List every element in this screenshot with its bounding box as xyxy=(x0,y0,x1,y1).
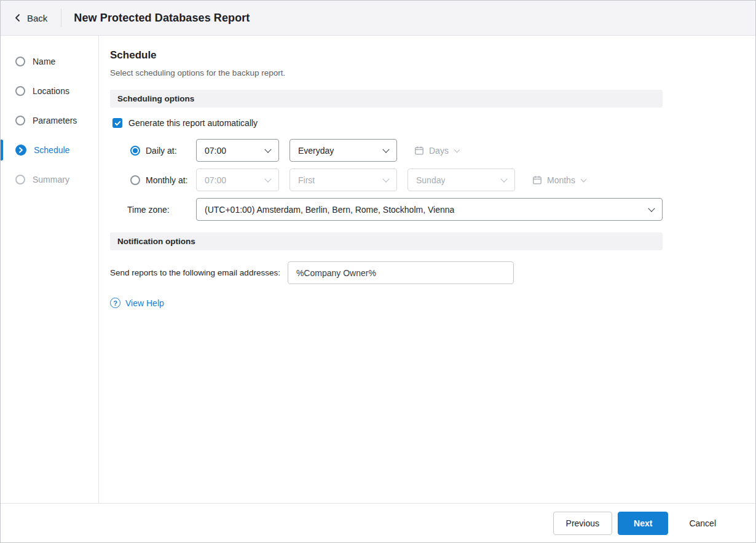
monthly-time-value: 07:00 xyxy=(205,175,226,185)
scheduling-options-header: Scheduling options xyxy=(110,90,663,108)
step-label: Locations xyxy=(33,86,69,96)
step-pending-icon xyxy=(15,116,25,125)
chevron-down-icon xyxy=(454,146,460,153)
sidebar-step-summary[interactable]: Summary xyxy=(1,165,98,194)
check-icon xyxy=(114,120,121,127)
chevron-down-icon xyxy=(648,205,655,212)
timezone-label: Time zone: xyxy=(127,205,170,215)
step-label: Parameters xyxy=(33,116,77,125)
daily-days-selector[interactable]: Days xyxy=(414,146,459,156)
daily-time-select[interactable]: 07:00 xyxy=(196,139,279,162)
daily-schedule-row: Daily at: 07:00 Everyday Days xyxy=(110,139,663,162)
daily-label: Daily at: xyxy=(146,146,177,156)
cancel-button[interactable]: Cancel xyxy=(687,512,719,535)
monthly-period-label: Months xyxy=(547,175,575,185)
monthly-radio[interactable] xyxy=(130,175,140,185)
step-pending-icon xyxy=(15,175,25,184)
wizard-steps-sidebar: Name Locations Parameters Schedule Summa… xyxy=(1,36,99,503)
email-input[interactable] xyxy=(288,261,514,284)
back-button[interactable]: Back xyxy=(12,9,53,27)
monthly-schedule-row: Monthly at: 07:00 First Sunday xyxy=(110,168,663,191)
sidebar-step-locations[interactable]: Locations xyxy=(1,76,98,106)
step-pending-icon xyxy=(15,57,25,66)
monthly-weekday-value: Sunday xyxy=(416,175,445,185)
footer-bar: Previous Next Cancel xyxy=(1,503,755,542)
monthly-week-select[interactable]: First xyxy=(289,168,397,191)
page-title: Schedule xyxy=(110,49,663,61)
daily-frequency-select[interactable]: Everyday xyxy=(289,139,397,162)
main-content: Schedule Select scheduling options for t… xyxy=(99,36,755,503)
sidebar-step-name[interactable]: Name xyxy=(1,47,98,76)
step-pending-icon xyxy=(15,86,25,96)
email-label: Send reports to the following email addr… xyxy=(110,268,280,277)
page-subtitle: Select scheduling options for the backup… xyxy=(110,68,663,77)
view-help-label: View Help xyxy=(125,298,164,308)
next-button[interactable]: Next xyxy=(618,512,668,535)
calendar-icon xyxy=(532,175,542,185)
step-current-icon xyxy=(15,145,26,156)
daily-time-value: 07:00 xyxy=(205,146,226,156)
previous-button[interactable]: Previous xyxy=(553,512,612,535)
chevron-down-icon xyxy=(264,146,271,153)
calendar-icon xyxy=(414,146,424,156)
monthly-time-select[interactable]: 07:00 xyxy=(196,168,279,191)
step-label: Name xyxy=(33,57,55,66)
topbar-divider xyxy=(61,9,61,27)
section-header-label: Notification options xyxy=(117,237,195,246)
daily-period-label: Days xyxy=(429,146,449,156)
daily-radio[interactable] xyxy=(130,146,140,156)
timezone-select[interactable]: (UTC+01:00) Amsterdam, Berlin, Bern, Rom… xyxy=(196,198,663,221)
timezone-value: (UTC+01:00) Amsterdam, Berlin, Bern, Rom… xyxy=(205,205,454,215)
top-bar: Back New Protected Databases Report xyxy=(1,1,755,36)
chevron-down-icon xyxy=(382,175,389,182)
step-label: Summary xyxy=(33,175,69,184)
monthly-week-value: First xyxy=(298,175,315,185)
sidebar-step-parameters[interactable]: Parameters xyxy=(1,106,98,135)
chevron-left-icon xyxy=(13,13,23,23)
chevron-down-icon xyxy=(382,146,389,153)
sidebar-step-schedule[interactable]: Schedule xyxy=(1,135,98,165)
wizard-window: Back New Protected Databases Report Name… xyxy=(0,0,756,543)
timezone-row: Time zone: (UTC+01:00) Amsterdam, Berlin… xyxy=(110,198,663,221)
section-header-label: Scheduling options xyxy=(117,94,194,103)
chevron-down-icon xyxy=(264,175,271,182)
auto-generate-label: Generate this report automatically xyxy=(128,118,258,128)
view-help-link[interactable]: ? View Help xyxy=(110,298,663,308)
email-row: Send reports to the following email addr… xyxy=(110,261,663,284)
chevron-down-icon xyxy=(500,175,507,182)
help-icon: ? xyxy=(110,298,120,308)
back-label: Back xyxy=(27,13,47,23)
monthly-months-selector[interactable]: Months xyxy=(532,175,586,185)
monthly-weekday-select[interactable]: Sunday xyxy=(408,168,515,191)
monthly-label: Monthly at: xyxy=(146,175,187,185)
notification-options-header: Notification options xyxy=(110,232,663,250)
chevron-down-icon xyxy=(580,176,586,182)
auto-generate-checkbox[interactable] xyxy=(112,118,122,128)
window-title: New Protected Databases Report xyxy=(74,12,250,25)
step-label: Schedule xyxy=(34,145,69,155)
daily-frequency-value: Everyday xyxy=(298,146,334,156)
